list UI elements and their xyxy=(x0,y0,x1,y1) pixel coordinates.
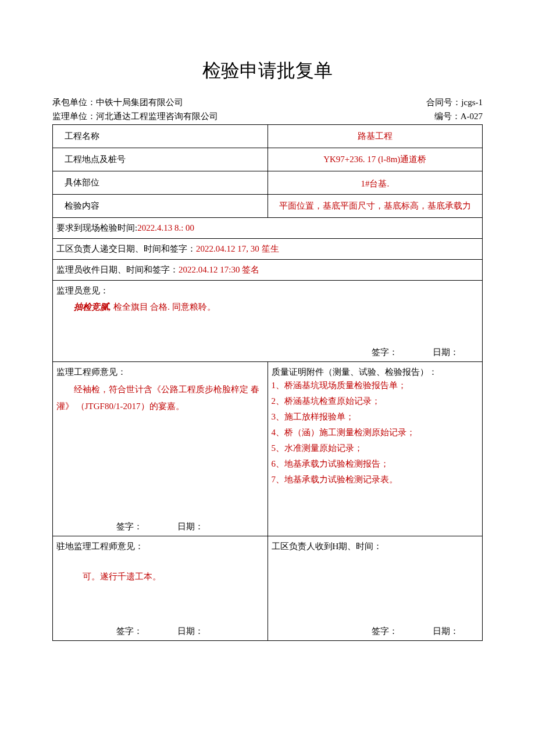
attachment-1: 1、桥涵基坑现场质量检验报告单； xyxy=(272,378,479,393)
sig-line-1: 签字： 日期： xyxy=(53,347,482,358)
supervisor-member-opinion-label: 监理员意见： xyxy=(56,285,479,296)
req-time-value: 2022.4.13 8.: 00 xyxy=(137,223,194,232)
sign-label-4: 签字： xyxy=(372,626,398,637)
location-label: 工程地点及桩号 xyxy=(53,148,268,171)
supervisor-member-body2: 检全旗目 合格. 同意粮聆。 xyxy=(113,302,216,311)
project-name-value: 路基工程 xyxy=(268,125,483,148)
part-value: 1#台基. xyxy=(268,171,483,195)
header-row-1: 承包单位：中铁十局集团有限公司 合同号：jcgs-1 xyxy=(52,95,483,109)
sign-label-3: 签字： xyxy=(116,626,142,637)
serial-label: 编号： xyxy=(434,112,461,121)
contract-no-line: 合同号：jcgs-1 xyxy=(426,95,483,109)
content-value: 平面位置，基底平面尺寸，基底标高，基底承载力 xyxy=(268,195,483,218)
sign-label-2: 签字： xyxy=(116,521,142,532)
date-label-3: 日期： xyxy=(177,626,204,637)
attachments-list: 1、桥涵基坑现场质量检验报告单； 2、桥涵基坑检查原始记录； 3、施工放样报验单… xyxy=(272,378,479,488)
receive-label: 监理员收件日期、时间和签字： xyxy=(56,265,179,274)
location-value: YK97+236. 17 (l-8m)通道桥 xyxy=(268,148,483,171)
attachments-label: 质量证明附件（测量、试验、检验报告）： xyxy=(272,367,479,378)
contractor-value: 中铁十局集团有限公司 xyxy=(96,98,183,107)
submit-label: 工区负责人递交日期、时间和签字： xyxy=(56,244,196,253)
serial-line: 编号：A-027 xyxy=(434,109,483,123)
contract-no-value: jcgs-1 xyxy=(461,98,483,107)
sig-line-2: 签字： 日期： xyxy=(53,521,268,532)
resident-opinion-body: 可。遂行千遗工本。 xyxy=(56,569,264,585)
resident-opinion-label: 驻地监理工程师意见： xyxy=(56,541,264,552)
date-label: 日期： xyxy=(433,347,459,358)
project-name-label: 工程名称 xyxy=(53,125,268,148)
attachment-4: 4、桥（涵）施工测量检测原始记录； xyxy=(272,425,479,440)
supervisor-member-opinion-body: 抽检竞腻, 检全旗目 合格. 同意粮聆。 xyxy=(56,300,479,315)
engineer-opinion: 监理工程师意见： 经袖检，符合世计含《公路工程质步枪脸梓定 春灌》 （JTGF8… xyxy=(53,362,268,536)
receive-row: 监理员收件日期、时间和签字：2022.04.12 17:30 签名 xyxy=(53,260,483,281)
sig-line-4: 签字： 日期： xyxy=(268,626,483,637)
receipt-block: 工区负责人收到H期、时间： 签字： 日期： xyxy=(268,536,483,641)
submit-value: 2022.04.12 17, 30 笙生 xyxy=(196,244,279,253)
content-label: 检验内容 xyxy=(53,195,268,218)
attachment-2: 2、桥涵基坑检查原始记录； xyxy=(272,393,479,409)
req-time-label: 要求到现场检验时间: xyxy=(56,223,137,232)
contract-no-label: 合同号： xyxy=(426,98,461,107)
serial-value: A-027 xyxy=(461,112,483,121)
supervisor-value: 河北通达工程监理咨询有限公司 xyxy=(96,112,218,121)
contractor-label: 承包单位： xyxy=(52,98,96,107)
attachment-5: 5、水准测量原始记录； xyxy=(272,440,479,456)
receive-value: 2022.04.12 17:30 签名 xyxy=(179,265,259,274)
sig-line-3: 签字： 日期： xyxy=(53,626,268,637)
attachment-3: 3、施工放样报验单； xyxy=(272,409,479,425)
contractor-line: 承包单位：中铁十局集团有限公司 xyxy=(52,95,183,109)
req-time-row: 要求到现场检验时间:2022.4.13 8.: 00 xyxy=(53,218,483,239)
main-table: 工程名称 路基工程 工程地点及桩号 YK97+236. 17 (l-8m)通道桥… xyxy=(52,124,483,641)
supervisor-member-body1: 抽检竞腻, xyxy=(74,302,111,311)
supervisor-line: 监理单位：河北通达工程监理咨询有限公司 xyxy=(52,109,218,123)
submit-row: 工区负责人递交日期、时间和签字：2022.04.12 17, 30 笙生 xyxy=(53,239,483,260)
part-label: 具体部位 xyxy=(53,171,268,195)
date-label-2: 日期： xyxy=(177,521,204,532)
date-label-4: 日期： xyxy=(433,626,459,637)
attachments-block: 质量证明附件（测量、试验、检验报告）： 1、桥涵基坑现场质量检验报告单； 2、桥… xyxy=(268,362,483,536)
attachment-7: 7、地基承载力试验检测记录表。 xyxy=(272,472,479,488)
attachment-6: 6、地基承载力试验检测报告； xyxy=(272,456,479,472)
sign-label: 签字： xyxy=(372,347,398,358)
supervisor-member-opinion: 监理员意见： 抽检竞腻, 检全旗目 合格. 同意粮聆。 签字： 日期： xyxy=(53,281,483,362)
engineer-opinion-label: 监理工程师意见： xyxy=(56,367,264,378)
resident-opinion: 驻地监理工程师意见： 可。遂行千遗工本。 签字： 日期： xyxy=(53,536,268,641)
page-title: 检验申请批复单 xyxy=(52,58,483,84)
supervisor-label: 监理单位： xyxy=(52,112,96,121)
receipt-label: 工区负责人收到H期、时间： xyxy=(272,541,479,552)
header-row-2: 监理单位：河北通达工程监理咨询有限公司 编号：A-027 xyxy=(52,109,483,123)
engineer-opinion-body: 经袖检，符合世计含《公路工程质步枪脸梓定 春灌》 （JTGF80/1-2017）… xyxy=(56,381,264,414)
